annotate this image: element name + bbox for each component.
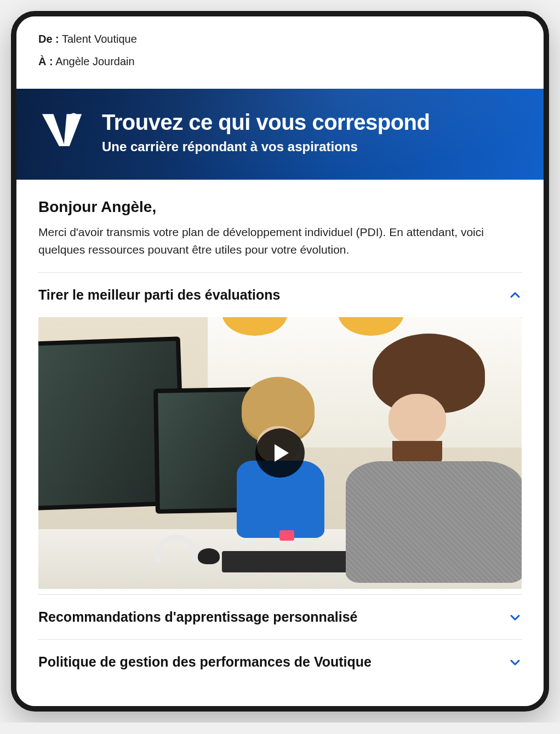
svg-point-0 — [70, 113, 78, 122]
section-header-recommendations[interactable]: Recommandations d'apprentissage personna… — [38, 595, 522, 639]
section-title: Recommandations d'apprentissage personna… — [38, 609, 358, 625]
to-value: Angèle Jourdain — [55, 55, 135, 67]
play-button[interactable] — [255, 428, 305, 478]
chevron-down-icon — [508, 656, 522, 669]
from-row: De : Talent Voutique — [38, 33, 522, 45]
to-label: À : — [38, 55, 53, 67]
section-header-policy[interactable]: Politique de gestion des performances de… — [38, 640, 522, 684]
banner-subtitle: Une carrière répondant à vos aspirations — [102, 139, 430, 154]
section-title: Politique de gestion des performances de… — [38, 654, 372, 670]
section-title: Tirer le meilleur parti des évaluations — [38, 287, 280, 303]
banner-text: Trouvez ce qui vous correspond Une carri… — [102, 110, 430, 154]
email-body: Bonjour Angèle, Merci d'avoir transmis v… — [16, 180, 544, 706]
email-card: De : Talent Voutique À : Angèle Jourdain… — [11, 11, 549, 712]
section-evaluations: Tirer le meilleur parti des évaluations — [38, 272, 522, 589]
banner-title: Trouvez ce qui vous correspond — [102, 110, 430, 135]
intro-text: Merci d'avoir transmis votre plan de dév… — [38, 223, 522, 258]
section-recommendations: Recommandations d'apprentissage personna… — [38, 594, 522, 639]
from-label: De : — [38, 33, 59, 45]
to-row: À : Angèle Jourdain — [38, 55, 522, 68]
greeting: Bonjour Angèle, — [38, 198, 522, 216]
chevron-up-icon — [508, 289, 522, 302]
from-value: Talent Voutique — [62, 33, 137, 45]
chevron-down-icon — [508, 611, 522, 624]
play-icon — [275, 444, 289, 462]
email-meta: De : Talent Voutique À : Angèle Jourdain — [16, 16, 544, 89]
section-policy: Politique de gestion des performances de… — [38, 639, 522, 684]
section-header-evaluations[interactable]: Tirer le meilleur parti des évaluations — [38, 273, 522, 317]
hero-banner: Trouvez ce qui vous correspond Une carri… — [16, 89, 544, 180]
brand-logo-icon — [38, 108, 85, 156]
video-thumbnail[interactable] — [38, 317, 522, 589]
